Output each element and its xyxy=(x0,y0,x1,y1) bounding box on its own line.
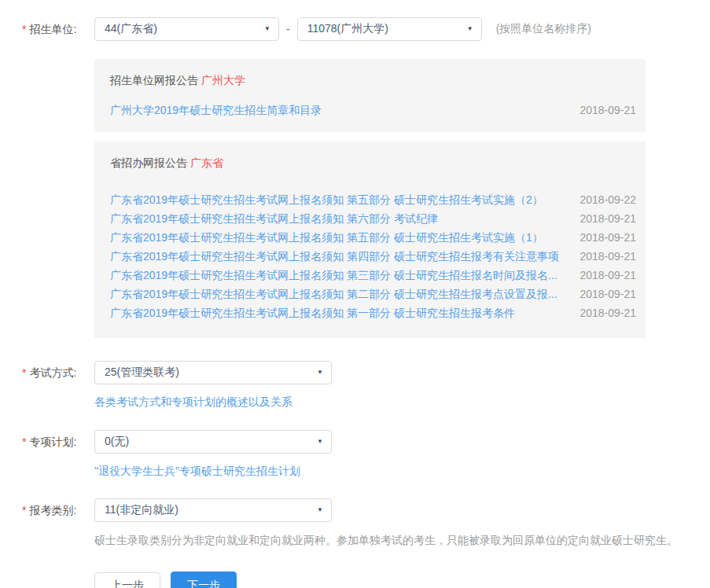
prev-step-button[interactable]: 上一步 xyxy=(94,572,160,588)
apply-category-label-text: 报考类别: xyxy=(29,504,76,516)
province-notice-unit-name: 广东省 xyxy=(190,156,223,169)
chevron-down-icon: ▼ xyxy=(317,369,323,376)
notice-link[interactable]: 广东省2019年硕士研究生招生考试网上报名须知 第五部分 硕士研究生招生考试实施… xyxy=(110,228,543,247)
special-plan-label: *专项计划: xyxy=(0,430,94,454)
notice-row: 广东省2019年硕士研究生招生考试网上报名须知 第三部分 硕士研究生招生报名时间… xyxy=(110,266,636,285)
form-actions: 上一步 下一步 xyxy=(94,571,710,588)
notice-link[interactable]: 广州大学2019年硕士研究生招生简章和目录 xyxy=(110,105,322,116)
chevron-down-icon: ▼ xyxy=(317,507,323,513)
chevron-down-icon: ▼ xyxy=(317,439,323,445)
required-asterisk: * xyxy=(22,435,26,448)
apply-category-row: *报考类别: 11(非定向就业) ▼ xyxy=(0,498,710,522)
special-plan-label-text: 专项计划: xyxy=(29,435,76,448)
notice-date: 2018-09-21 xyxy=(579,285,636,303)
notice-link[interactable]: 广东省2019年硕士研究生招生考试网上报名须知 第六部分 考试纪律 xyxy=(110,209,438,228)
special-plan-select-value: 0(无) xyxy=(105,435,129,449)
unit-notice-list: 广州大学2019年硕士研究生招生简章和目录 2018-09-21 xyxy=(110,105,636,116)
unit-notice-title: 招生单位网报公告 xyxy=(110,74,198,86)
province-notice-title: 省招办网报公告 xyxy=(110,156,187,169)
exam-mode-row: *考试方式: 25(管理类联考) ▼ xyxy=(0,361,710,384)
unit-notice-unit-name: 广州大学 xyxy=(201,74,245,86)
notice-date: 2018-09-21 xyxy=(579,209,636,228)
unit-select-value: 11078(广州大学) xyxy=(307,22,388,36)
chevron-down-icon: ▼ xyxy=(264,26,270,32)
exam-mode-select[interactable]: 25(管理类联考) ▼ xyxy=(94,361,332,384)
next-step-button[interactable]: 下一步 xyxy=(171,571,237,588)
notice-row: 广东省2019年硕士研究生招生考试网上报名须知 第五部分 硕士研究生招生考试实施… xyxy=(110,228,636,247)
application-form-page: *招生单位: 44(广东省) ▼ - 11078(广州大学) ▼ (按照单位名称… xyxy=(0,17,710,588)
apply-category-note: 硕士生录取类别分为非定向就业和定向就业两种。参加单独考试的考生，只能被录取为回原… xyxy=(94,534,710,548)
province-select-value: 44(广东省) xyxy=(105,22,157,36)
recruit-unit-row: *招生单位: 44(广东省) ▼ - 11078(广州大学) ▼ (按照单位名称… xyxy=(0,17,710,41)
notice-row: 广东省2019年硕士研究生招生考试网上报名须知 第二部分 硕士研究生招生报考点设… xyxy=(110,285,636,303)
notice-link[interactable]: 广东省2019年硕士研究生招生考试网上报名须知 第一部分 硕士研究生招生报考条件 xyxy=(110,303,515,322)
special-plan-help-link[interactable]: "退役大学生士兵"专项硕士研究生招生计划 xyxy=(94,465,300,479)
notice-row: 广东省2019年硕士研究生招生考试网上报名须知 第一部分 硕士研究生招生报考条件… xyxy=(110,303,636,322)
notice-link[interactable]: 广东省2019年硕士研究生招生考试网上报名须知 第三部分 硕士研究生招生报名时间… xyxy=(110,266,557,285)
exam-mode-help-link[interactable]: 各类考试方式和专项计划的概述以及关系 xyxy=(94,395,292,410)
province-notice-header: 省招办网报公告 广东省 xyxy=(110,156,636,168)
notice-link[interactable]: 广东省2019年硕士研究生招生考试网上报名须知 第二部分 硕士研究生招生报考点设… xyxy=(110,285,557,303)
sort-order-hint: (按照单位名称排序) xyxy=(496,22,591,36)
select-separator: - xyxy=(286,23,290,35)
required-asterisk: * xyxy=(22,366,26,379)
special-plan-row: *专项计划: 0(无) ▼ xyxy=(0,430,710,454)
notice-row: 广州大学2019年硕士研究生招生简章和目录 2018-09-21 xyxy=(110,105,636,116)
exam-mode-select-value: 25(管理类联考) xyxy=(105,366,179,380)
exam-mode-label-text: 考试方式: xyxy=(29,366,76,379)
special-plan-select[interactable]: 0(无) ▼ xyxy=(94,430,332,454)
apply-category-label: *报考类别: xyxy=(0,498,94,522)
province-select[interactable]: 44(广东省) ▼ xyxy=(94,17,279,41)
notice-row: 广东省2019年硕士研究生招生考试网上报名须知 第四部分 硕士研究生招生报考有关… xyxy=(110,247,636,266)
required-asterisk: * xyxy=(22,504,26,516)
notice-link[interactable]: 广东省2019年硕士研究生招生考试网上报名须知 第四部分 硕士研究生招生报考有关… xyxy=(110,247,559,266)
notice-date: 2018-09-21 xyxy=(579,247,636,266)
required-asterisk: * xyxy=(22,23,26,35)
province-notice-list: 广东省2019年硕士研究生招生考试网上报名须知 第五部分 硕士研究生招生考试实施… xyxy=(110,190,636,322)
province-notice-box: 省招办网报公告 广东省 广东省2019年硕士研究生招生考试网上报名须知 第五部分… xyxy=(94,141,646,338)
recruit-unit-label-text: 招生单位: xyxy=(29,23,76,35)
notice-date: 2018-09-21 xyxy=(579,266,636,285)
notice-date: 2018-09-21 xyxy=(579,105,636,116)
apply-category-select[interactable]: 11(非定向就业) ▼ xyxy=(94,498,332,522)
notice-date: 2018-09-22 xyxy=(579,190,636,209)
unit-notice-box: 招生单位网报公告 广州大学 广州大学2019年硕士研究生招生简章和目录 2018… xyxy=(94,59,646,132)
notice-row: 广东省2019年硕士研究生招生考试网上报名须知 第六部分 考试纪律 2018-0… xyxy=(110,209,636,228)
notice-link[interactable]: 广东省2019年硕士研究生招生考试网上报名须知 第五部分 硕士研究生招生考试实施… xyxy=(110,190,543,209)
apply-category-select-value: 11(非定向就业) xyxy=(105,503,178,517)
recruit-unit-label: *招生单位: xyxy=(0,17,94,41)
unit-notice-header: 招生单位网报公告 广州大学 xyxy=(110,73,636,86)
chevron-down-icon: ▼ xyxy=(467,26,473,32)
notice-row: 广东省2019年硕士研究生招生考试网上报名须知 第五部分 硕士研究生招生考试实施… xyxy=(110,190,636,209)
notice-date: 2018-09-21 xyxy=(579,228,636,247)
unit-select[interactable]: 11078(广州大学) ▼ xyxy=(297,17,482,41)
notice-date: 2018-09-21 xyxy=(579,303,636,322)
exam-mode-label: *考试方式: xyxy=(0,361,94,384)
